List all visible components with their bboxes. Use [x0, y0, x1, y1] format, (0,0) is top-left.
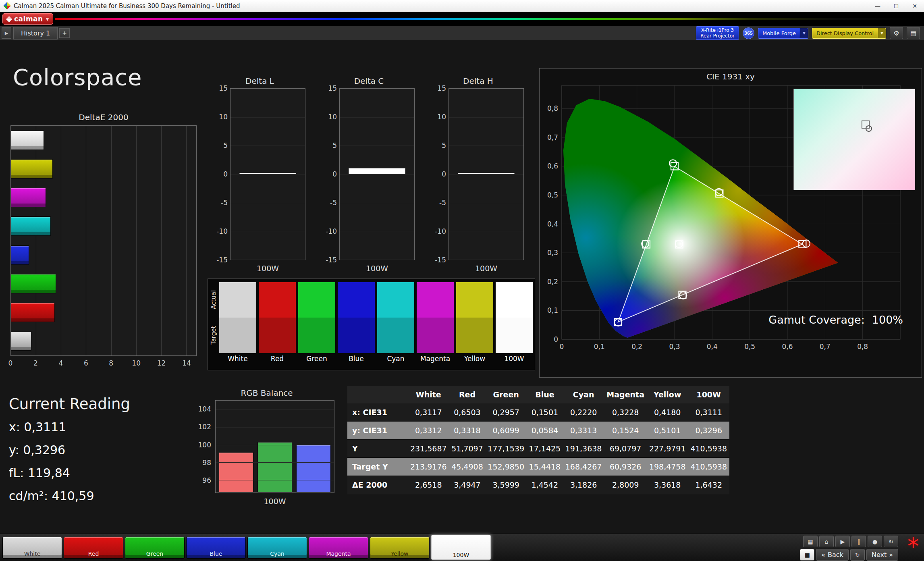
license-badge[interactable]: 365	[743, 27, 754, 39]
deltae-bar-fill	[11, 331, 31, 351]
deltae-bar-fill	[11, 303, 55, 322]
delta-y-tick-label: 15	[322, 84, 337, 92]
patch-label: Green	[125, 551, 184, 557]
gear-icon[interactable]: ⚙	[890, 27, 903, 39]
rgb-y-tick-label: 102	[198, 423, 211, 431]
table-header-row: WhiteRedGreenBlueCyanMagentaYellow100W	[347, 386, 729, 403]
table-cell: 3,4947	[449, 476, 486, 494]
measurement-table: WhiteRedGreenBlueCyanMagentaYellow100W x…	[347, 386, 729, 494]
patch-button-yellow[interactable]: Yellow	[370, 537, 430, 559]
patch-button-100w[interactable]: 100W	[431, 535, 491, 560]
add-tab-button[interactable]: +	[59, 28, 70, 38]
pause-button[interactable]: ‖	[851, 536, 866, 547]
next-button[interactable]: Next »	[866, 549, 898, 561]
chevron-down-icon[interactable]: ▼	[878, 28, 886, 39]
deltae-bar-100w	[11, 331, 196, 351]
patch-button-blue[interactable]: Blue	[186, 537, 246, 559]
tab-scroll-button[interactable]: ▶	[2, 27, 11, 39]
table-cell: 0,1501	[527, 403, 563, 422]
delta-gridline	[230, 260, 305, 260]
swatch-column-white	[219, 282, 256, 353]
table-column-header: Cyan	[563, 386, 604, 403]
table-column-header: Red	[449, 386, 486, 403]
bottom-bar: WhiteRedGreenBlueCyanMagentaYellow100W ▦…	[0, 534, 924, 561]
table-cell: 3,5999	[485, 476, 527, 494]
patch-button-white[interactable]: White	[2, 537, 62, 559]
deltae-bar-fill	[11, 188, 46, 207]
patch-button-green[interactable]: Green	[125, 537, 185, 559]
table-cell: 213,9176	[408, 458, 449, 476]
delta-gridline	[340, 89, 414, 89]
patch-button-magenta[interactable]: Magenta	[309, 537, 368, 559]
cie-tick-label: 0,6	[547, 162, 558, 170]
table-row-y-cie31: y: CIE310,33120,33180,60990,05840,33130,…	[347, 422, 729, 440]
logo-bar: calman ▼	[0, 12, 924, 26]
current-reading-heading: Current Reading	[9, 395, 130, 413]
delta-gridline	[449, 174, 523, 175]
table-cell: 227,9791	[647, 440, 688, 458]
app-icon	[3, 2, 11, 10]
chevron-down-icon[interactable]: ▼	[800, 28, 808, 39]
delta-gridline	[449, 231, 523, 231]
back-chevron-icon: «	[821, 551, 825, 559]
swatch-target	[298, 318, 335, 353]
swatch-target	[219, 318, 256, 353]
delta-y-tick-label: 10	[212, 113, 228, 121]
patch-label: Magenta	[309, 551, 368, 557]
measuring-indicator[interactable]: *	[907, 534, 919, 559]
delta-x-label: 100W	[449, 264, 524, 273]
deltae-x-tick-label: 12	[157, 359, 166, 367]
swatch-column-green	[298, 282, 335, 353]
patch-button-cyan[interactable]: Cyan	[247, 537, 307, 559]
maximize-button[interactable]: ☐	[887, 0, 905, 12]
meter-button[interactable]: X-Rite i1Pro 3 Rear Projector	[696, 26, 739, 40]
table-cell: 0,3111	[688, 403, 729, 422]
stop-button[interactable]: ■	[800, 549, 814, 561]
rgb-y-axis: 1041021009896	[197, 400, 213, 493]
table-cell: 0,6099	[485, 422, 527, 440]
rgb-chart-plot	[215, 400, 334, 493]
deltae-bar-white	[11, 131, 196, 150]
snapshot-button[interactable]: ▦	[803, 536, 818, 547]
deltae-bar-cyan	[11, 216, 196, 236]
refresh-icon[interactable]: ↻	[850, 549, 865, 561]
rgb-gridline	[216, 409, 334, 410]
delta-chart-bar	[349, 168, 405, 174]
delta-gridline	[340, 145, 414, 146]
minimize-button[interactable]: —	[868, 0, 887, 12]
next-chevron-icon: »	[889, 551, 893, 559]
loop-button[interactable]: ↻	[884, 536, 898, 547]
delta-gridline	[230, 89, 305, 89]
cie-tick-label: 0,3	[547, 249, 558, 257]
tab-history-1[interactable]: History 1	[13, 27, 58, 39]
transport-controls: ▦⌂▶‖●↻ ■ « Back ↻ Next »	[800, 536, 898, 561]
record-button[interactable]: ●	[868, 536, 882, 547]
rgb-chart-bars	[216, 401, 334, 492]
swatch-column-yellow	[456, 282, 493, 353]
display-control-button[interactable]: Direct Display Control ▼	[812, 28, 886, 39]
swatch-target	[338, 318, 375, 353]
table-column-header: Yellow	[647, 386, 688, 403]
patch-button-red[interactable]: Red	[64, 537, 123, 559]
swatch-label: Green	[298, 355, 335, 363]
cie-1931-chart: CIE 1931 xy	[539, 68, 922, 378]
close-button[interactable]: ✕	[905, 0, 924, 12]
deltae-x-axis: 02468101214	[10, 359, 197, 369]
deltae-bar-fill	[11, 216, 51, 236]
title-bar: Calman 2025 Calman Ultimate for Business…	[0, 0, 924, 12]
home-button[interactable]: ⌂	[819, 536, 834, 547]
reading-x: x: 0,3111	[9, 420, 130, 434]
table-row-e-2000: ΔE 20002,65183,49473,59991,45423,18262,8…	[347, 476, 729, 494]
swatch-actual	[496, 282, 533, 318]
delta-y-tick-label: -5	[212, 199, 228, 207]
delta-y-tick-label: 10	[322, 113, 337, 121]
calman-menu-button[interactable]: calman ▼	[2, 13, 53, 25]
table-column-header: Magenta	[604, 386, 647, 403]
play-button[interactable]: ▶	[835, 536, 850, 547]
source-button[interactable]: Mobile Forge ▼	[758, 28, 808, 39]
back-button[interactable]: « Back	[816, 549, 849, 561]
table-cell: 152,9850	[485, 458, 527, 476]
table-cell: 0,2957	[485, 403, 527, 422]
target-row-label: Target	[209, 318, 218, 353]
workspace-icon[interactable]: ▤	[907, 27, 920, 39]
